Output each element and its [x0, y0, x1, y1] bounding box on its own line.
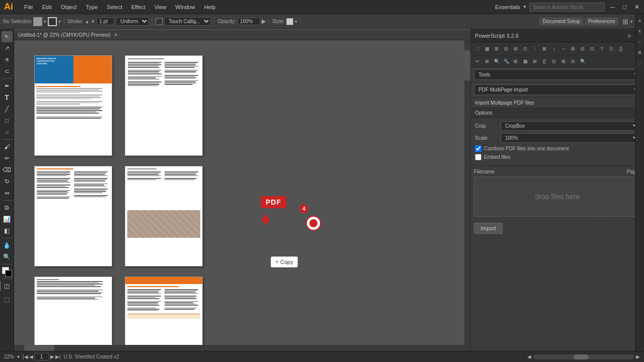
- panel-icon-r2-12[interactable]: 🔍: [578, 57, 587, 66]
- drop-zone[interactable]: drop files here: [474, 176, 641, 217]
- zoom-tool[interactable]: 🔍: [2, 251, 13, 262]
- page-1-thumb[interactable]: BROCHURE SUBTITLECONTRACTOR TITLEGOES HE…: [34, 55, 112, 156]
- shape-tool[interactable]: □: [2, 115, 13, 126]
- style-swatch[interactable]: [286, 18, 293, 25]
- paintbrush-tool[interactable]: 🖌: [2, 141, 13, 152]
- panel-icon-8[interactable]: ⊠: [540, 44, 549, 53]
- lasso-tool[interactable]: ⊂: [2, 66, 13, 77]
- panel-icon-r2-5[interactable]: ⊞: [511, 57, 520, 66]
- menu-effect[interactable]: Effect: [127, 3, 149, 12]
- panel-icon-16[interactable]: {}: [616, 44, 625, 53]
- panel-icon-14[interactable]: T: [597, 44, 606, 53]
- panel-icon-r2-7[interactable]: ⊞: [530, 57, 539, 66]
- opacity-input[interactable]: [237, 18, 260, 25]
- embed-checkbox[interactable]: [475, 154, 481, 160]
- line-tool[interactable]: ╱: [2, 104, 13, 115]
- menu-object[interactable]: Object: [57, 3, 81, 12]
- right-icon-1[interactable]: A: [635, 16, 645, 25]
- panel-icon-13[interactable]: ⊡: [588, 44, 597, 53]
- pencil-tool[interactable]: ✏: [2, 153, 13, 164]
- stroke-type-select[interactable]: Uniform: [116, 17, 149, 26]
- panel-icon-5[interactable]: ⊞: [511, 44, 520, 53]
- canvas-scroll[interactable]: BROCHURE SUBTITLECONTRACTOR TITLEGOES HE…: [14, 40, 470, 351]
- touch-callig-select[interactable]: Touch Callig...: [164, 17, 211, 26]
- panel-icon-10[interactable]: ↔: [559, 44, 568, 53]
- stroke-up-icon[interactable]: ▲: [85, 19, 89, 24]
- scroll-left-icon[interactable]: ◀: [527, 354, 531, 359]
- direct-select-tool[interactable]: ↗: [2, 43, 13, 54]
- pen-tool[interactable]: ✒: [2, 80, 13, 92]
- panel-icon-6[interactable]: ⊡: [521, 44, 530, 53]
- combine-checkbox[interactable]: [475, 145, 481, 152]
- fill-mode-btn[interactable]: □: [0, 281, 1, 292]
- zoom-chevron-icon[interactable]: ▾: [17, 354, 20, 359]
- menu-window[interactable]: Window: [172, 3, 199, 12]
- arrange-icon[interactable]: ⊞: [622, 18, 628, 26]
- panel-icon-r2-10[interactable]: ⊞: [559, 57, 568, 66]
- panel-icon-r2-8[interactable]: {}: [540, 57, 549, 66]
- first-page-btn[interactable]: |◀: [23, 354, 28, 359]
- page-3-thumb[interactable]: [34, 166, 112, 266]
- scale-tool[interactable]: ⇔: [2, 188, 13, 199]
- panel-icon-11[interactable]: ⊞: [569, 44, 578, 53]
- type-tool[interactable]: T: [2, 92, 13, 103]
- rotate-tool[interactable]: ↻: [2, 176, 13, 187]
- page-input[interactable]: [34, 353, 49, 360]
- page-2-thumb[interactable]: [125, 55, 203, 156]
- panel-icon-2[interactable]: ▦: [482, 44, 492, 53]
- erase-tool[interactable]: ⌫: [2, 164, 13, 175]
- menu-file[interactable]: File: [20, 3, 37, 12]
- scroll-right-icon[interactable]: ▶: [636, 354, 640, 359]
- right-icon-2[interactable]: ¶: [635, 27, 645, 36]
- gradient-tool[interactable]: ◧: [2, 225, 13, 236]
- tools-select[interactable]: Tools: [474, 69, 641, 80]
- next-page-btn[interactable]: ▶: [50, 354, 54, 359]
- stroke-value-input[interactable]: 1 pt: [97, 18, 114, 25]
- fill-chevron-icon[interactable]: ▾: [44, 19, 46, 24]
- panel-icon-r2-1[interactable]: ↩: [473, 57, 482, 66]
- fill-color-swatch[interactable]: [33, 17, 42, 26]
- last-page-btn[interactable]: ▶|: [55, 354, 61, 359]
- right-icon-5[interactable]: ◌: [635, 58, 645, 67]
- screen-mode-btn[interactable]: ⬚: [2, 294, 13, 305]
- prev-page-btn[interactable]: ◀: [29, 354, 33, 359]
- menu-select[interactable]: Select: [103, 3, 126, 12]
- panel-icon-4[interactable]: ⊟: [502, 44, 511, 53]
- select-tool[interactable]: ↖: [2, 31, 13, 42]
- close-icon[interactable]: ✕: [632, 4, 642, 11]
- brush-color-swatch[interactable]: [155, 18, 163, 25]
- panel-icon-12[interactable]: ⊟: [578, 44, 587, 53]
- scroll-track[interactable]: [533, 354, 634, 359]
- panel-icon-r2-11[interactable]: ⊟: [569, 57, 578, 66]
- doc-setup-button[interactable]: Document Setup: [539, 18, 583, 25]
- maximize-icon[interactable]: □: [620, 4, 629, 11]
- tab-close-icon[interactable]: ✕: [114, 32, 118, 38]
- style-chevron-icon[interactable]: ▾: [295, 19, 297, 24]
- search-input[interactable]: [529, 3, 605, 12]
- panel-icon-3[interactable]: ⊞: [492, 44, 501, 53]
- panel-icon-7[interactable]: ⋮: [530, 44, 539, 53]
- arrange-chevron-icon[interactable]: ▾: [630, 19, 633, 24]
- menu-edit[interactable]: Edit: [38, 3, 56, 12]
- panel-icon-r2-6[interactable]: ▦: [521, 57, 530, 66]
- magic-wand-tool[interactable]: ✳: [2, 54, 13, 65]
- menu-help[interactable]: Help: [200, 3, 220, 12]
- right-icon-3[interactable]: ○: [635, 37, 645, 46]
- menu-view[interactable]: View: [150, 3, 171, 12]
- page-4-thumb[interactable]: [125, 166, 203, 266]
- chart-tool[interactable]: 📊: [2, 214, 13, 225]
- preferences-button[interactable]: Preferences: [585, 18, 618, 25]
- scale-select[interactable]: 100%: [501, 133, 640, 143]
- workspace-chevron-icon[interactable]: ▾: [523, 4, 526, 10]
- minimize-icon[interactable]: ─: [608, 4, 617, 11]
- transform-tool[interactable]: ⧉: [2, 202, 13, 213]
- panel-icon-15[interactable]: ⟨⟩: [607, 44, 616, 53]
- shape-tool-2[interactable]: ○: [2, 127, 13, 138]
- right-icon-4[interactable]: ⊞: [635, 48, 645, 57]
- expand-icon[interactable]: ▶: [262, 18, 266, 25]
- panel-icon-1[interactable]: ⬚: [473, 44, 482, 53]
- stroke-chevron-icon[interactable]: ▾: [58, 19, 61, 24]
- panel-menu-icon[interactable]: ≡: [628, 33, 631, 39]
- gradient-mode-btn[interactable]: ◫: [2, 281, 13, 292]
- page-6-thumb[interactable]: [125, 277, 203, 351]
